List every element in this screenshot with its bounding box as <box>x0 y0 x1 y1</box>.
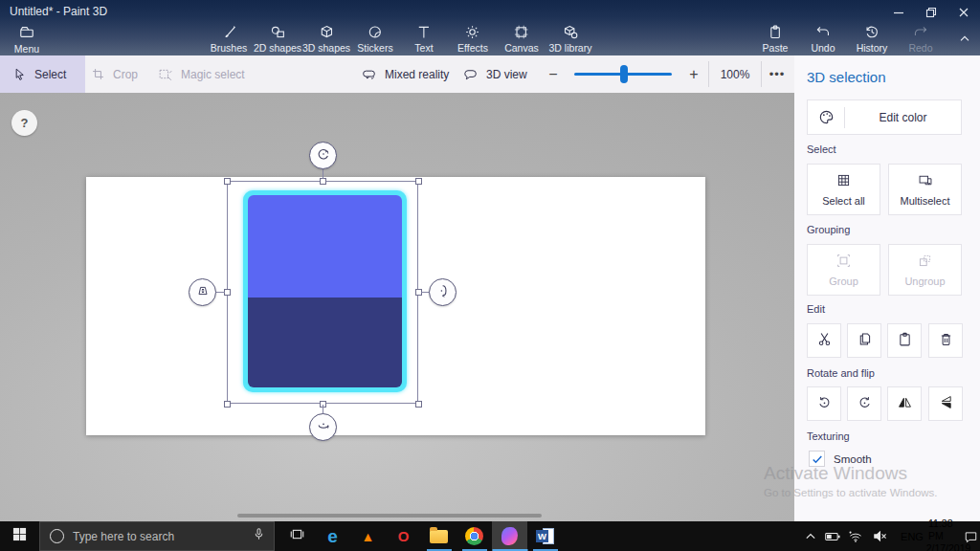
menu-button[interactable]: Menu <box>6 24 48 55</box>
flip-horizontal-button[interactable] <box>887 386 922 421</box>
taskbar-vlc-icon[interactable]: ▲ <box>350 521 386 551</box>
section-grouping: Grouping <box>807 224 850 235</box>
tool-3d-shapes[interactable]: 3D shapes <box>302 24 350 54</box>
tool-stickers[interactable]: Stickers <box>357 24 392 54</box>
language-indicator[interactable]: ENG <box>896 521 928 551</box>
resize-handle-top-left[interactable] <box>224 178 231 185</box>
taskbar-file-explorer-icon[interactable] <box>421 521 457 551</box>
stickers-icon <box>368 24 384 40</box>
paste-button[interactable] <box>887 323 922 358</box>
section-edit: Edit <box>807 303 825 315</box>
volume-muted-icon[interactable] <box>867 521 892 551</box>
resize-handle-bottom-left[interactable] <box>224 401 231 408</box>
action-center-button[interactable] <box>961 521 980 551</box>
crop-icon <box>91 67 105 81</box>
rotate-ccw-button[interactable] <box>807 386 841 421</box>
cut-button[interactable] <box>807 323 841 358</box>
action-label: Undo <box>811 42 835 54</box>
taskbar-word-icon[interactable]: W <box>527 521 563 551</box>
multiselect-icon <box>917 172 934 190</box>
rotate-ccw-icon <box>816 394 833 414</box>
tool-3d-library[interactable]: 3D library <box>549 24 592 54</box>
select-all-button[interactable]: Select all <box>807 164 880 215</box>
help-button[interactable]: ? <box>11 110 37 136</box>
taskbar-edge-icon[interactable]: e <box>315 521 350 551</box>
opera-icon: O <box>398 528 410 544</box>
group-icon <box>835 253 852 271</box>
tray-show-hidden-icons[interactable] <box>800 521 821 551</box>
rotate-y-handle[interactable] <box>429 278 457 306</box>
zoom-out-button[interactable]: − <box>541 55 566 93</box>
taskbar-chrome-icon[interactable] <box>457 521 492 551</box>
rotate-cw-icon <box>857 394 873 414</box>
minimize-button[interactable] <box>882 0 915 25</box>
canvas-icon <box>513 24 529 40</box>
undo-icon <box>814 24 831 40</box>
cortana-icon <box>50 529 64 543</box>
network-wifi-icon[interactable] <box>844 521 867 551</box>
collapse-ribbon-button[interactable] <box>957 32 972 49</box>
edge-icon: e <box>327 526 338 547</box>
zoom-level-display[interactable]: 100% <box>708 61 762 87</box>
start-button[interactable] <box>0 521 39 551</box>
action-undo[interactable]: Undo <box>811 24 835 54</box>
section-select: Select <box>807 143 836 155</box>
horizontal-scrollbar[interactable] <box>237 514 542 518</box>
menu-folder-icon <box>18 24 35 41</box>
rotate-x-handle[interactable] <box>309 413 337 441</box>
file-explorer-icon <box>430 530 448 543</box>
zoom-slider[interactable] <box>574 73 672 76</box>
resize-handle-bottom-right[interactable] <box>415 401 422 408</box>
tool-brushes[interactable]: Brushes <box>211 24 248 54</box>
action-label: Redo <box>908 42 932 54</box>
rotate-z-handle[interactable] <box>309 142 337 169</box>
taskbar-search-input[interactable]: Type here to search <box>39 521 275 551</box>
action-paste[interactable]: Paste <box>763 24 789 54</box>
select-tool-button[interactable]: Select <box>0 55 85 93</box>
resize-handle-top-center[interactable] <box>320 178 326 185</box>
multiselect-button[interactable]: Multiselect <box>888 164 962 215</box>
edit-color-button[interactable]: Edit color <box>807 99 962 135</box>
3d-view-button[interactable]: 3D view <box>462 55 527 93</box>
action-history[interactable]: History <box>857 24 888 54</box>
restore-button[interactable] <box>915 0 947 25</box>
tool-label: 3D shapes <box>302 42 350 54</box>
close-button[interactable] <box>947 0 980 25</box>
group-label: Group <box>829 276 858 287</box>
depth-anchor-icon <box>195 283 211 302</box>
mixed-reality-button[interactable]: Mixed reality <box>361 55 449 93</box>
section-rotate-flip: Rotate and flip <box>807 367 875 379</box>
delete-button[interactable] <box>928 323 963 358</box>
resize-handle-top-right[interactable] <box>415 178 422 185</box>
flip-horizontal-icon <box>897 394 913 414</box>
rotate-x-icon <box>316 418 331 437</box>
taskbar-paint3d-icon[interactable] <box>492 521 527 551</box>
chrome-icon <box>465 527 483 545</box>
cut-icon <box>816 331 833 351</box>
task-view-button[interactable] <box>279 521 315 551</box>
tool-label: Canvas <box>504 42 539 54</box>
more-options-button[interactable]: ••• <box>764 55 791 93</box>
tool-canvas[interactable]: Canvas <box>504 24 539 54</box>
battery-icon[interactable] <box>821 521 844 551</box>
edit-color-label: Edit color <box>845 111 961 124</box>
zoom-in-button[interactable]: + <box>681 55 706 93</box>
copy-button[interactable] <box>847 323 881 358</box>
depth-push-pull-handle[interactable] <box>189 278 216 306</box>
flip-vertical-button[interactable] <box>928 386 963 421</box>
window-title: Untitled* - Paint 3D <box>10 5 107 18</box>
selection-bounding-box <box>227 181 418 404</box>
resize-handle-mid-left[interactable] <box>224 289 231 296</box>
tool-effects[interactable]: Effects <box>457 24 488 54</box>
group-button: Group <box>807 244 880 296</box>
taskbar-opera-icon[interactable]: O <box>386 521 421 551</box>
microphone-icon[interactable] <box>253 527 265 545</box>
zoom-slider-thumb[interactable] <box>620 65 628 83</box>
ungroup-icon <box>917 253 933 271</box>
tool-text[interactable]: Text <box>414 24 433 54</box>
stub-left <box>215 292 225 293</box>
rotate-cw-button[interactable] <box>847 386 881 421</box>
tool-2d-shapes[interactable]: 2D shapes <box>254 24 301 54</box>
vlc-icon: ▲ <box>362 529 375 544</box>
delete-icon <box>938 331 954 351</box>
